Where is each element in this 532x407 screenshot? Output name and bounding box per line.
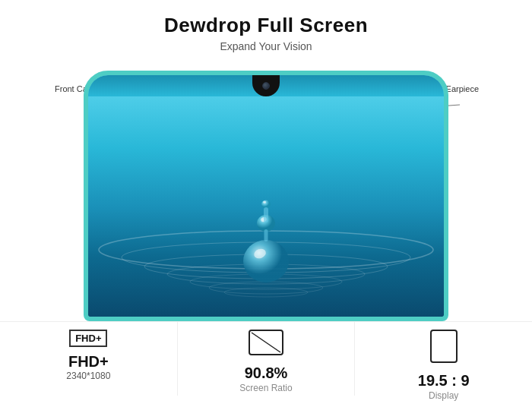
phone-screen	[88, 75, 444, 317]
fhd-sublabel: 2340*1080	[66, 371, 110, 381]
stat-item-display: 19.5 : 9 Display	[355, 322, 532, 396]
phone-display: Front Camera Light & Distance Sensor Ear…	[30, 63, 502, 321]
svg-point-16	[263, 201, 266, 204]
display-value: 19.5 : 9	[418, 372, 470, 390]
screen-ratio-icon	[249, 330, 283, 358]
fhd-value: FHD+	[68, 353, 109, 371]
svg-point-15	[261, 200, 271, 209]
display-label: Display	[429, 390, 458, 401]
fhd-box-label: FHD+	[69, 330, 107, 347]
svg-rect-18	[264, 229, 268, 241]
screen-diag-svg	[249, 330, 283, 355]
stats-bar: FHD+ FHD+ 2340*1080 90.8% Screen Ratio	[0, 321, 532, 396]
svg-point-11	[243, 240, 289, 282]
stat-item-screen-ratio: 90.8% Screen Ratio	[178, 322, 356, 396]
svg-line-20	[252, 333, 280, 352]
sub-title: Expand Your Vision	[164, 40, 368, 52]
water-scene	[88, 75, 444, 317]
screen-ratio-label: Screen Ratio	[239, 383, 292, 393]
page-wrapper: Dewdrop Full Screen Expand Your Vision F…	[0, 0, 532, 407]
phone-bezel	[84, 71, 448, 321]
tall-screen-svg	[430, 330, 458, 363]
stat-item-fhd: FHD+ FHD+ 2340*1080	[0, 322, 178, 396]
main-title: Dewdrop Full Screen	[164, 14, 368, 37]
svg-rect-17	[264, 207, 268, 222]
screen-ratio-value: 90.8%	[245, 364, 288, 382]
svg-rect-21	[431, 330, 457, 362]
header-section: Dewdrop Full Screen Expand Your Vision	[164, 0, 368, 57]
display-icon	[430, 330, 458, 366]
fhd-icon: FHD+	[69, 330, 107, 347]
